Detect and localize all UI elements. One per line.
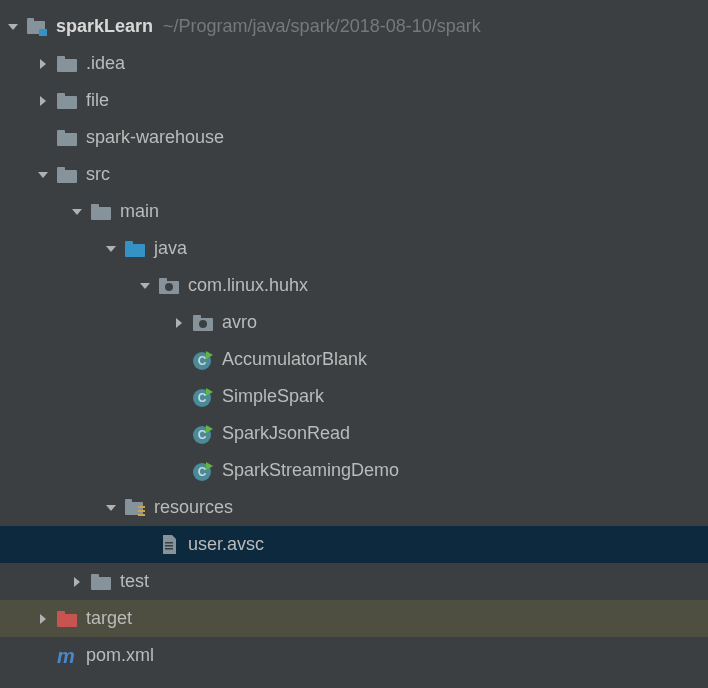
- chevron-right-icon[interactable]: [34, 92, 52, 110]
- svg-rect-11: [91, 207, 111, 220]
- source-folder-icon: [124, 238, 146, 260]
- tree-item-label: user.avsc: [188, 534, 264, 555]
- resources-folder-icon: [124, 497, 146, 519]
- chevron-down-icon[interactable]: [68, 203, 86, 221]
- svg-rect-14: [125, 241, 133, 245]
- svg-rect-12: [91, 204, 99, 208]
- tree-item-label: file: [86, 90, 109, 111]
- folder-icon: [90, 201, 112, 223]
- chevron-right-icon[interactable]: [68, 573, 86, 591]
- svg-rect-33: [138, 514, 145, 516]
- svg-point-17: [165, 283, 173, 291]
- package-icon: [192, 312, 214, 334]
- chevron-down-icon[interactable]: [136, 277, 154, 295]
- tree-item-label: spark-warehouse: [86, 127, 224, 148]
- class-runnable-icon: C: [192, 460, 214, 482]
- chevron-down-icon[interactable]: [4, 18, 22, 36]
- svg-rect-13: [125, 244, 145, 257]
- chevron-right-icon[interactable]: [170, 314, 188, 332]
- svg-rect-8: [57, 130, 65, 134]
- folder-icon: [56, 53, 78, 75]
- tree-item-file[interactable]: file: [0, 82, 708, 119]
- svg-rect-3: [57, 59, 77, 72]
- class-runnable-icon: C: [192, 349, 214, 371]
- svg-rect-2: [39, 29, 47, 36]
- folder-icon: [56, 90, 78, 112]
- tree-item-label: avro: [222, 312, 257, 333]
- chevron-right-icon[interactable]: [34, 55, 52, 73]
- svg-rect-37: [91, 577, 111, 590]
- tree-item-src[interactable]: src: [0, 156, 708, 193]
- class-runnable-icon: C: [192, 386, 214, 408]
- tree-item-main[interactable]: main: [0, 193, 708, 230]
- svg-point-20: [199, 320, 207, 328]
- project-tree: sparkLearn ~/Program/java/spark/2018-08-…: [0, 0, 708, 674]
- svg-rect-40: [57, 611, 65, 615]
- tree-item-path: ~/Program/java/spark/2018-08-10/spark: [163, 16, 481, 37]
- svg-rect-10: [57, 167, 65, 171]
- tree-item-label: SimpleSpark: [222, 386, 324, 407]
- folder-icon: [56, 164, 78, 186]
- chevron-down-icon[interactable]: [102, 499, 120, 517]
- svg-rect-4: [57, 56, 65, 60]
- tree-item-label: main: [120, 201, 159, 222]
- svg-rect-39: [57, 614, 77, 627]
- tree-item-label: src: [86, 164, 110, 185]
- tree-item-package[interactable]: com.linux.huhx: [0, 267, 708, 304]
- tree-item-target[interactable]: target: [0, 600, 708, 637]
- tree-item-label: pom.xml: [86, 645, 154, 666]
- tree-item-user-avsc[interactable]: user.avsc: [0, 526, 708, 563]
- svg-text:C: C: [198, 354, 207, 368]
- svg-rect-32: [138, 510, 145, 512]
- tree-item-label: sparkLearn: [56, 16, 153, 37]
- module-icon: [26, 16, 48, 38]
- svg-rect-16: [159, 278, 167, 282]
- folder-icon: [56, 127, 78, 149]
- tree-item-label: SparkJsonRead: [222, 423, 350, 444]
- tree-item-idea[interactable]: .idea: [0, 45, 708, 82]
- file-icon: [158, 534, 180, 556]
- svg-rect-35: [165, 545, 173, 547]
- chevron-down-icon[interactable]: [102, 240, 120, 258]
- tree-item-spark-json-read[interactable]: C SparkJsonRead: [0, 415, 708, 452]
- svg-rect-9: [57, 170, 77, 183]
- tree-item-label: AccumulatorBlank: [222, 349, 367, 370]
- svg-rect-31: [138, 506, 145, 508]
- tree-item-accumulator-blank[interactable]: C AccumulatorBlank: [0, 341, 708, 378]
- svg-text:C: C: [198, 391, 207, 405]
- svg-text:m: m: [57, 646, 75, 666]
- svg-text:C: C: [198, 465, 207, 479]
- tree-item-label: test: [120, 571, 149, 592]
- tree-item-label: .idea: [86, 53, 125, 74]
- svg-rect-34: [165, 542, 173, 544]
- tree-item-avro[interactable]: avro: [0, 304, 708, 341]
- svg-rect-5: [57, 96, 77, 109]
- tree-item-label: resources: [154, 497, 233, 518]
- svg-rect-30: [125, 499, 132, 503]
- tree-item-label: java: [154, 238, 187, 259]
- class-runnable-icon: C: [192, 423, 214, 445]
- svg-text:C: C: [198, 428, 207, 442]
- excluded-folder-icon: [56, 608, 78, 630]
- tree-item-test[interactable]: test: [0, 563, 708, 600]
- svg-rect-19: [193, 315, 201, 319]
- tree-item-label: com.linux.huhx: [188, 275, 308, 296]
- maven-icon: m: [56, 645, 78, 667]
- package-icon: [158, 275, 180, 297]
- tree-item-pom[interactable]: m pom.xml: [0, 637, 708, 674]
- tree-item-label: SparkStreamingDemo: [222, 460, 399, 481]
- tree-item-resources[interactable]: resources: [0, 489, 708, 526]
- chevron-right-icon[interactable]: [34, 610, 52, 628]
- svg-rect-29: [125, 502, 143, 515]
- chevron-down-icon[interactable]: [34, 166, 52, 184]
- tree-item-spark-streaming-demo[interactable]: C SparkStreamingDemo: [0, 452, 708, 489]
- svg-rect-38: [91, 574, 99, 578]
- tree-item-spark-warehouse[interactable]: spark-warehouse: [0, 119, 708, 156]
- tree-item-simple-spark[interactable]: C SimpleSpark: [0, 378, 708, 415]
- svg-rect-6: [57, 93, 65, 97]
- svg-rect-1: [27, 18, 34, 22]
- tree-item-java[interactable]: java: [0, 230, 708, 267]
- svg-rect-7: [57, 133, 77, 146]
- folder-icon: [90, 571, 112, 593]
- tree-item-root[interactable]: sparkLearn ~/Program/java/spark/2018-08-…: [0, 8, 708, 45]
